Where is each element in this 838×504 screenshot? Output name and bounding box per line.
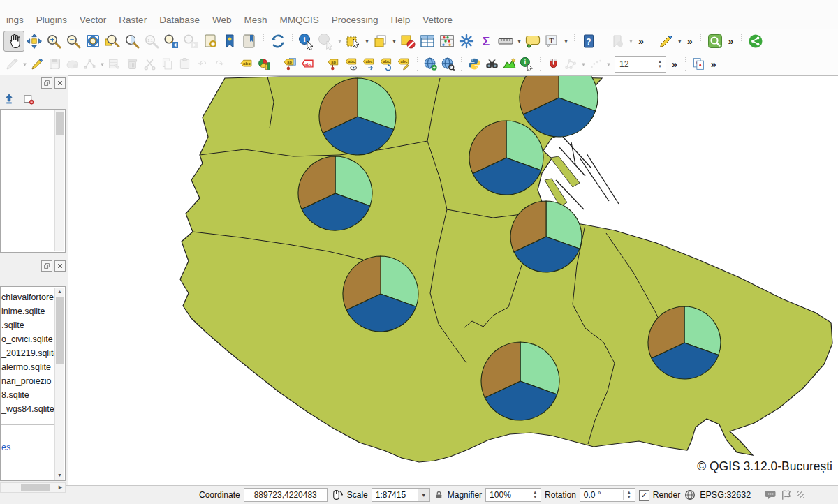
statistical-summary-button[interactable] (476, 31, 496, 51)
spatial-bookmark-dropdown[interactable]: ▾ (627, 38, 635, 45)
menu-ings[interactable]: ings (0, 13, 30, 27)
lock-scale-icon[interactable] (434, 489, 444, 501)
bookmark-manager-button[interactable] (240, 31, 259, 51)
pan-map-button[interactable] (3, 31, 24, 52)
zoom-to-selection-button[interactable] (122, 31, 142, 51)
menu-plugins[interactable]: Plugins (30, 13, 73, 27)
messages-icon[interactable] (764, 489, 777, 501)
magnifier-spinbox[interactable]: 100% ▲▼ (485, 488, 541, 502)
toolbar-overflow-button[interactable]: » (725, 36, 737, 47)
toolbar-overflow-button[interactable]: » (635, 36, 647, 47)
topology-editing-dropdown[interactable]: ▾ (580, 61, 587, 68)
log-icon[interactable] (780, 489, 793, 501)
menu-processing[interactable]: Processing (325, 13, 385, 27)
scroll-up-arrow[interactable]: ▲ (55, 288, 64, 296)
rotation-spin-arrows[interactable]: ▲▼ (623, 490, 635, 500)
current-edits-dropdown[interactable]: ▾ (21, 61, 29, 68)
run-feature-action-dropdown[interactable]: ▾ (336, 38, 344, 45)
metasearch-button[interactable] (422, 55, 439, 73)
top-panel-scrollbar[interactable] (54, 110, 64, 251)
select-by-value-dropdown[interactable]: ▾ (390, 38, 398, 45)
toolbar-overflow-button[interactable]: » (707, 59, 720, 70)
coordinate-input[interactable]: 889723,4220483 (244, 488, 328, 502)
python-console-button[interactable] (466, 55, 483, 73)
crs-globe-icon[interactable] (684, 489, 696, 501)
new-shapefile-layer-button[interactable] (501, 55, 518, 73)
panel-close-button[interactable] (54, 77, 66, 89)
resize-grip[interactable] (797, 491, 804, 498)
scrollbar-thumb[interactable] (56, 112, 64, 135)
highlight-pinned-labels-button[interactable] (299, 55, 316, 73)
select-features-dropdown[interactable]: ▾ (363, 38, 371, 45)
menu-raster[interactable]: Raster (112, 13, 153, 27)
change-label-button[interactable] (395, 55, 413, 73)
render-checkbox[interactable]: ✓ (639, 490, 649, 501)
menu-mesh[interactable]: Mesh (237, 13, 273, 27)
scroll-down-arrow[interactable]: ▼ (55, 471, 64, 480)
pan-to-selection-button[interactable] (24, 31, 44, 51)
scroll-right-arrow[interactable]: ▶ (56, 483, 65, 491)
file-list-hscrollbar[interactable]: ▶ (0, 482, 66, 493)
scale-combobox[interactable]: 1:87415 ▼ (372, 488, 430, 502)
layer-labeling-button[interactable] (237, 55, 255, 73)
layer-diagram-button[interactable] (255, 55, 272, 73)
zoom-out-button[interactable] (64, 31, 83, 51)
pin-unpin-labels-button[interactable] (325, 55, 343, 73)
zoom-full-extent-button[interactable] (83, 31, 103, 51)
toggle-editing-button[interactable] (29, 55, 46, 73)
identify-features-button[interactable] (297, 31, 316, 51)
search-layers-button[interactable] (439, 55, 457, 73)
menu-mmqgis[interactable]: MMQGIS (273, 13, 325, 27)
rotation-spinbox[interactable]: 0.0 ° ▲▼ (580, 488, 635, 502)
panel-float-button[interactable] (41, 260, 52, 272)
magnifier-spin-arrows[interactable]: ▲▼ (529, 490, 541, 500)
zoom-last-button[interactable] (161, 31, 181, 51)
pin-labels-button[interactable] (281, 55, 299, 73)
processing-toolbox-button[interactable] (457, 31, 476, 51)
crs-status[interactable]: EPSG:32632 (700, 490, 751, 500)
tracing-offset-spin-arrows[interactable]: ▲▼ (654, 59, 666, 69)
remove-item-button[interactable] (22, 93, 35, 108)
vertex-tool-dropdown[interactable]: ▾ (98, 61, 106, 68)
zoom-to-layer-button[interactable] (103, 31, 122, 51)
annotation-pen-button[interactable] (656, 31, 676, 51)
toggle-extents-mouse-icon[interactable] (331, 489, 344, 501)
annotation-pen-dropdown[interactable]: ▾ (676, 38, 684, 45)
identify-green-button[interactable] (518, 55, 536, 73)
menu-database[interactable]: Database (153, 13, 206, 27)
open-attribute-table-button[interactable] (418, 31, 437, 51)
tracing-offset-spinbox[interactable]: 12 ▲▼ (615, 56, 666, 73)
select-features-button[interactable] (344, 31, 363, 51)
copy-style-button[interactable] (690, 55, 707, 73)
scale-dropdown-button[interactable]: ▼ (418, 489, 429, 501)
statistics-button[interactable] (437, 31, 457, 51)
rotate-label-button[interactable] (378, 55, 395, 73)
osm-place-search-button[interactable] (705, 31, 725, 51)
refresh-map-button[interactable] (268, 31, 288, 51)
measure-dropdown[interactable]: ▾ (515, 38, 523, 45)
measure-button[interactable] (496, 31, 515, 51)
toolbar-overflow-button[interactable]: » (684, 36, 696, 47)
text-annotation-dropdown[interactable]: ▾ (562, 38, 570, 45)
osm-search-button[interactable] (483, 55, 501, 73)
hscrollbar-thumb[interactable] (21, 484, 49, 491)
new-bookmark-button[interactable] (200, 31, 220, 51)
select-by-value-button[interactable] (371, 31, 390, 51)
scrollbar-thumb[interactable] (56, 297, 64, 364)
deselect-all-button[interactable] (398, 31, 418, 51)
menu-vector[interactable]: Vector (73, 13, 112, 27)
collapse-all-button[interactable] (3, 93, 15, 108)
move-label-button[interactable] (360, 55, 378, 73)
panel-float-button[interactable] (41, 77, 52, 89)
zoom-in-button[interactable] (44, 31, 64, 51)
map-tips-button[interactable] (523, 31, 543, 51)
menu-vettore[interactable]: Vettore (416, 13, 459, 27)
tracing-dropdown[interactable]: ▾ (605, 61, 612, 68)
snapping-button[interactable] (545, 55, 562, 73)
panel-close-button[interactable] (54, 260, 66, 272)
map-canvas[interactable]: © QGIS 3.12.0-București (68, 75, 838, 485)
file-list-scrollbar[interactable]: ▲ ▼ (54, 288, 64, 480)
top-panel-list[interactable] (0, 109, 66, 253)
text-annotation-button[interactable] (543, 31, 562, 51)
toolbar-overflow-button[interactable]: » (668, 59, 681, 70)
